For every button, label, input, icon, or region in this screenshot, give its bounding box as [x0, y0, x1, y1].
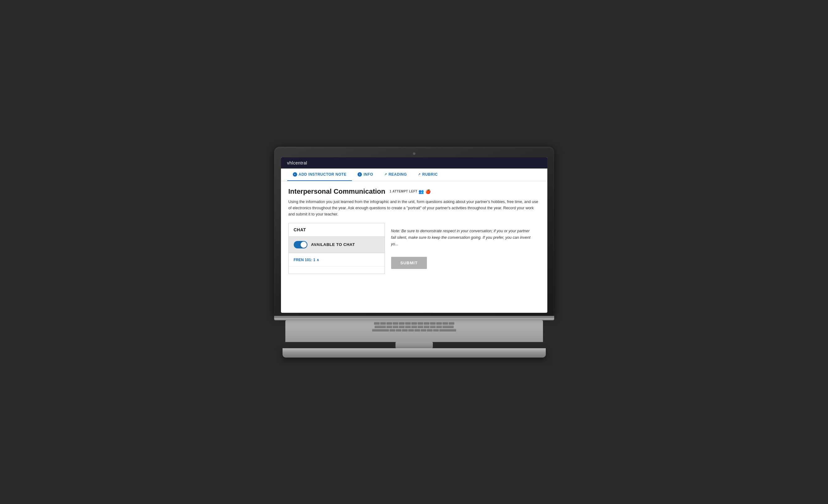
key: [374, 322, 380, 325]
key: [411, 322, 417, 325]
key: [372, 329, 389, 331]
key: [418, 325, 423, 328]
course-row[interactable]: FREN 101: 1 ∧: [289, 253, 384, 267]
course-label: FREN 101: 1 ∧: [294, 258, 319, 262]
attempt-badge: 1 ATTEMPT LEFT 👥 🍎: [389, 189, 431, 194]
content-area: CHAT AVAILABLE TO CHAT: [288, 223, 540, 274]
chat-panel: CHAT AVAILABLE TO CHAT: [288, 223, 385, 274]
key: [386, 325, 392, 328]
screen-content: vhlcentral • ADD INSTRUCTOR NOTE i INFO …: [281, 157, 547, 313]
key: [414, 329, 420, 331]
brand-name-light: central: [293, 161, 307, 166]
navbar: vhlcentral: [281, 157, 547, 169]
screen-bezel: vhlcentral • ADD INSTRUCTOR NOTE i INFO …: [274, 147, 554, 316]
activity-title-row: Interpersonal Communication 1 ATTEMPT LE…: [288, 187, 540, 195]
keyboard-row-1: [287, 322, 541, 325]
key: [443, 322, 448, 325]
key: [393, 322, 398, 325]
brand-name-bold: vhl: [287, 161, 293, 166]
laptop-bottom: [283, 348, 546, 358]
key: [399, 325, 405, 328]
key: [393, 325, 398, 328]
available-label: AVAILABLE TO CHAT: [311, 242, 355, 247]
key: [405, 325, 411, 328]
key: [405, 322, 411, 325]
tab-add-instructor-note[interactable]: • ADD INSTRUCTOR NOTE: [287, 169, 352, 181]
attempt-label: 1 ATTEMPT LEFT: [389, 190, 417, 193]
apple-icon: 🍎: [425, 189, 431, 194]
key: [449, 322, 454, 325]
key: [418, 322, 423, 325]
key: [389, 329, 395, 331]
brand-logo: vhlcentral: [287, 161, 307, 166]
key: [443, 325, 454, 328]
tab-rubric-label: Rubric: [422, 172, 438, 177]
key: [399, 322, 405, 325]
keyboard-row-2: [287, 325, 541, 328]
activity-title: Interpersonal Communication: [288, 187, 385, 195]
add-instructor-dot-icon: •: [293, 172, 297, 177]
activity-description: Using the information you just learned f…: [288, 199, 540, 217]
key: [436, 325, 442, 328]
tab-reading[interactable]: ↗ Reading: [379, 169, 412, 181]
laptop-base-bar: [274, 316, 554, 320]
key: [436, 322, 442, 325]
key: [408, 329, 414, 331]
key: [386, 322, 392, 325]
key: [427, 329, 432, 331]
keyboard-area: [285, 320, 543, 342]
key: [433, 329, 439, 331]
rubric-arrow-icon: ↗: [418, 173, 421, 176]
submit-row: SUBMIT: [391, 257, 534, 269]
key: [430, 322, 436, 325]
people-icon: 👥: [418, 189, 424, 194]
key: [380, 322, 386, 325]
key: [424, 325, 429, 328]
chat-note: Note: Be sure to demonstrate respect in …: [391, 228, 534, 248]
toggle-thumb: [300, 241, 307, 248]
info-icon: i: [358, 172, 362, 177]
reading-arrow-icon: ↗: [384, 173, 387, 176]
submit-button[interactable]: SUBMIT: [391, 257, 427, 269]
key: [439, 329, 456, 331]
laptop-hinge: [274, 316, 554, 318]
tabs-bar: • ADD INSTRUCTOR NOTE i INFO ↗ Reading ↗…: [281, 169, 547, 181]
touchpad[interactable]: [396, 342, 433, 348]
note-panel: Note: Be sure to demonstrate respect in …: [385, 223, 540, 274]
chat-title: CHAT: [294, 227, 306, 232]
key: [375, 325, 386, 328]
key: [396, 329, 401, 331]
key: [421, 329, 426, 331]
tab-add-instructor-label: ADD INSTRUCTOR NOTE: [299, 172, 347, 177]
tab-info[interactable]: i INFO: [352, 169, 379, 181]
key: [402, 329, 408, 331]
chat-header: CHAT: [289, 223, 384, 237]
keyboard-row-3: [287, 329, 541, 331]
available-to-chat-row[interactable]: AVAILABLE TO CHAT: [289, 237, 384, 253]
toggle-track: [294, 241, 307, 248]
webcam: [413, 152, 415, 155]
available-toggle[interactable]: [294, 241, 307, 248]
key: [424, 322, 429, 325]
tab-info-label: INFO: [364, 172, 373, 177]
laptop-container: vhlcentral • ADD INSTRUCTOR NOTE i INFO …: [274, 147, 554, 358]
tab-reading-label: Reading: [389, 172, 407, 177]
tab-rubric[interactable]: ↗ Rubric: [412, 169, 443, 181]
key: [411, 325, 417, 328]
key: [430, 325, 436, 328]
main-content: Interpersonal Communication 1 ATTEMPT LE…: [281, 181, 547, 280]
